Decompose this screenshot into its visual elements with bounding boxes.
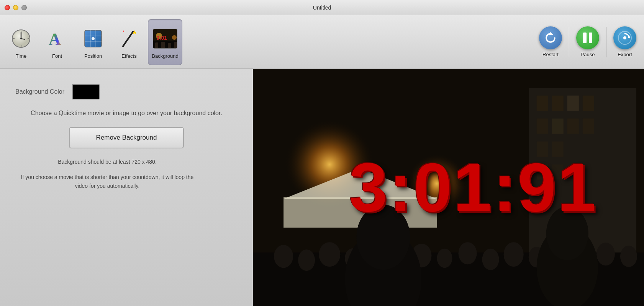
restart-button[interactable] [539,26,562,49]
left-panel: Background Color Choose a Quicktime movi… [0,69,253,306]
svg-point-7 [20,38,22,39]
pause-button[interactable] [576,26,599,49]
export-icon [618,31,632,45]
bg-color-label: Background Color [15,88,64,95]
video-scene: 3:01:91 [253,69,644,306]
toolbar-divider-1 [569,27,569,57]
svg-point-54 [319,242,340,267]
svg-point-60 [459,242,477,264]
svg-rect-23 [161,42,165,49]
svg-point-14 [92,37,95,40]
svg-point-59 [437,249,452,268]
svg-rect-28 [583,33,587,43]
position-icon-area [81,26,105,51]
toolbar-item-position[interactable]: Position [76,19,110,65]
restart-action: Restart [539,26,562,57]
svg-marker-17 [123,30,125,32]
toolbar: Time A Font [0,15,644,69]
export-action: Export [613,26,636,57]
time-label: Time [16,53,26,59]
hint-text-2: If you choose a movie that is shorter th… [15,173,199,190]
font-icon: A [47,29,67,49]
effects-icon-area [117,26,141,51]
position-icon [83,29,103,49]
svg-rect-37 [567,96,579,111]
pause-action: Pause [576,26,599,57]
hint-block: Background should be at least 720 x 480.… [15,158,238,190]
svg-point-53 [298,249,315,271]
pause-icon [582,32,593,44]
background-icon-area: 3:01 [153,26,177,51]
maximize-button[interactable] [21,5,27,10]
choose-text: Choose a Quicktime movie or image to go … [31,109,222,118]
svg-rect-25 [174,42,177,49]
svg-rect-24 [168,43,171,49]
clock-icon [11,29,31,49]
svg-point-32 [623,36,626,39]
svg-rect-41 [567,119,579,134]
svg-rect-38 [583,96,594,111]
close-button[interactable] [5,5,10,10]
restart-icon [544,31,557,44]
svg-rect-39 [537,119,548,134]
background-thumbnail: 3:01 [153,29,177,49]
window-title: Untitled [313,5,331,11]
toolbar-item-time[interactable]: Time [4,19,38,65]
restart-label: Restart [542,52,559,57]
svg-rect-22 [155,42,158,49]
svg-point-61 [482,249,499,270]
svg-point-67 [620,246,637,267]
minimize-button[interactable] [13,5,18,10]
remove-background-button[interactable]: Remove Background [69,127,184,148]
svg-text:3:01: 3:01 [156,35,167,41]
toolbar-left: Time A Font [4,19,182,65]
toolbar-divider-2 [606,27,606,57]
toolbar-item-font[interactable]: A Font [40,19,74,65]
main-content: Background Color Choose a Quicktime movi… [0,69,644,306]
bg-color-row: Background Color [15,84,238,99]
svg-point-66 [596,243,615,265]
background-label: Background [152,53,178,59]
effects-icon [119,29,139,49]
time-icon-area [9,26,33,51]
svg-rect-42 [583,119,594,134]
svg-rect-40 [552,119,564,134]
svg-point-62 [504,242,524,267]
export-button[interactable] [613,26,636,49]
svg-rect-29 [589,33,592,43]
titlebar: Untitled [0,0,644,15]
countdown-display: 3:01:91 [349,153,597,222]
svg-line-15 [123,32,133,46]
font-label: Font [52,53,62,59]
right-panel: 3:01:91 [253,69,644,306]
pause-label: Pause [581,52,595,57]
position-label: Position [84,53,102,59]
toolbar-actions: Restart Pause Export [539,26,636,57]
svg-marker-16 [132,30,137,34]
svg-point-52 [274,245,293,268]
color-swatch[interactable] [72,84,100,99]
svg-rect-36 [552,96,564,111]
toolbar-item-background[interactable]: 3:01 Background [148,19,182,65]
svg-point-21 [172,35,177,40]
toolbar-item-effects[interactable]: Effects [112,19,146,65]
export-label: Export [618,52,632,57]
svg-rect-35 [537,96,548,111]
window-controls [0,5,27,10]
hint-text-1: Background should be at least 720 x 480. [15,158,199,166]
svg-text:A: A [49,30,61,49]
effects-label: Effects [121,53,137,59]
font-icon-area: A [45,26,69,51]
